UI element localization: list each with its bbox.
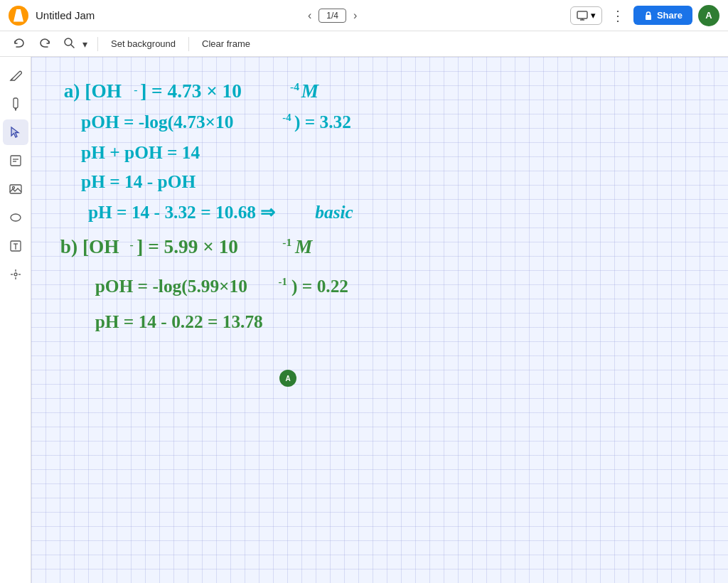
sidebar-laser-tool[interactable]	[3, 262, 28, 287]
share-label: Share	[657, 10, 682, 21]
toolbar-divider-2	[188, 37, 189, 51]
set-background-button[interactable]: Set background	[105, 36, 181, 51]
math-line-1: a) [OH	[64, 80, 122, 102]
text-box-icon	[9, 239, 23, 253]
cursor-icon	[9, 125, 23, 139]
canvas-content: a) [OH - ] = 4.73 × 10 -4 M pOH = -log(4…	[31, 57, 728, 583]
sidebar-select-tool[interactable]	[3, 119, 28, 145]
math-svg: a) [OH - ] = 4.73 × 10 -4 M pOH = -log(4…	[53, 71, 415, 370]
app-logo	[9, 6, 28, 26]
svg-rect-3	[646, 15, 651, 20]
screen-button[interactable]: ▾	[570, 6, 602, 25]
sidebar-image-tool[interactable]	[3, 176, 28, 202]
user-avatar[interactable]: A	[698, 5, 719, 26]
lock-icon	[643, 11, 653, 21]
math-line-6-unit: M	[294, 236, 314, 257]
frame-navigation: ‹ 1/4 ›	[304, 6, 361, 25]
sidebar-text-tool[interactable]	[3, 233, 28, 259]
sidebar-shape-tool[interactable]	[3, 205, 28, 230]
math-line-8: pH = 14 - 0.22 = 13.78	[95, 311, 263, 331]
math-line-6b: ] = 5.99 × 10	[136, 236, 238, 257]
topbar: Untitled Jam ‹ 1/4 › ▾ ⋮ Share A	[0, 0, 728, 31]
math-content: a) [OH - ] = 4.73 × 10 -4 M pOH = -log(4…	[53, 71, 408, 373]
toolbar: ▾ Set background Clear frame	[0, 31, 728, 57]
math-line-7: pOH = -log(5.99×10	[95, 276, 247, 296]
cursor-avatar: A	[279, 370, 296, 387]
svg-point-12	[12, 187, 14, 189]
svg-rect-0	[577, 11, 587, 18]
screen-icon	[577, 10, 588, 21]
next-frame-button[interactable]: ›	[349, 6, 361, 25]
marker-icon	[9, 97, 23, 111]
canvas-area[interactable]: a) [OH - ] = 4.73 × 10 -4 M pOH = -log(4…	[31, 57, 728, 583]
user-cursor: A	[279, 370, 296, 387]
zoom-icon	[63, 36, 75, 49]
sidebar	[0, 57, 31, 583]
topbar-right: ▾ ⋮ Share A	[570, 4, 719, 27]
math-line-1b: ] = 4.73 × 10	[140, 80, 242, 102]
pen-icon	[9, 68, 23, 82]
shape-icon	[9, 210, 23, 225]
svg-rect-7	[14, 98, 18, 108]
toolbar-divider	[97, 37, 98, 51]
more-options-button[interactable]: ⋮	[608, 4, 628, 27]
document-title[interactable]: Untitled Jam	[36, 9, 95, 21]
zoom-button[interactable]	[60, 35, 78, 53]
svg-rect-8	[11, 156, 21, 166]
math-line-2: pOH = -log(4.73×10	[81, 112, 233, 132]
sidebar-marker-tool[interactable]	[3, 91, 28, 117]
math-line-6-exp: -1	[282, 236, 291, 248]
frame-indicator[interactable]: 1/4	[318, 9, 346, 23]
zoom-dropdown-button[interactable]: ▾	[80, 37, 90, 51]
redo-button[interactable]	[34, 36, 55, 53]
math-line-4: pH = 14 - pOH	[81, 171, 196, 191]
prev-frame-button[interactable]: ‹	[304, 6, 316, 25]
undo-button[interactable]	[9, 36, 30, 53]
math-line-7b: ) = 0.22	[291, 276, 348, 296]
screen-dropdown-arrow: ▾	[591, 10, 596, 21]
laser-icon	[9, 267, 23, 282]
math-line-5-basic: basic	[315, 202, 353, 222]
zoom-control: ▾	[60, 35, 90, 53]
math-line-5: pH = 14 - 3.32 = 10.68 ⇒	[88, 202, 276, 222]
svg-point-13	[11, 214, 21, 221]
main-layout: a) [OH - ] = 4.73 × 10 -4 M pOH = -log(4…	[0, 57, 728, 583]
math-line-7-exp: -1	[279, 276, 287, 287]
share-button[interactable]: Share	[633, 6, 692, 25]
math-line-1-exp: -4	[290, 80, 299, 92]
math-line-3: pH + pOH = 14	[81, 142, 200, 162]
svg-line-5	[71, 45, 74, 48]
sidebar-pen-tool[interactable]	[3, 63, 28, 88]
sidebar-sticky-note[interactable]	[3, 148, 28, 173]
image-icon	[9, 182, 23, 196]
math-line-2-exp: -4	[282, 112, 291, 123]
math-line-6: b) [OH	[60, 236, 119, 257]
clear-frame-button[interactable]: Clear frame	[196, 36, 256, 51]
redo-icon	[38, 38, 51, 50]
sticky-note-icon	[9, 154, 23, 168]
math-line-1-unit: M	[301, 80, 320, 102]
math-line-2b: ) = 3.32	[294, 112, 351, 132]
math-line-6-sup: -	[129, 238, 133, 250]
svg-point-17	[14, 273, 17, 276]
svg-rect-11	[10, 185, 21, 193]
math-line-1-sup: -	[134, 83, 137, 95]
undo-icon	[13, 38, 26, 50]
